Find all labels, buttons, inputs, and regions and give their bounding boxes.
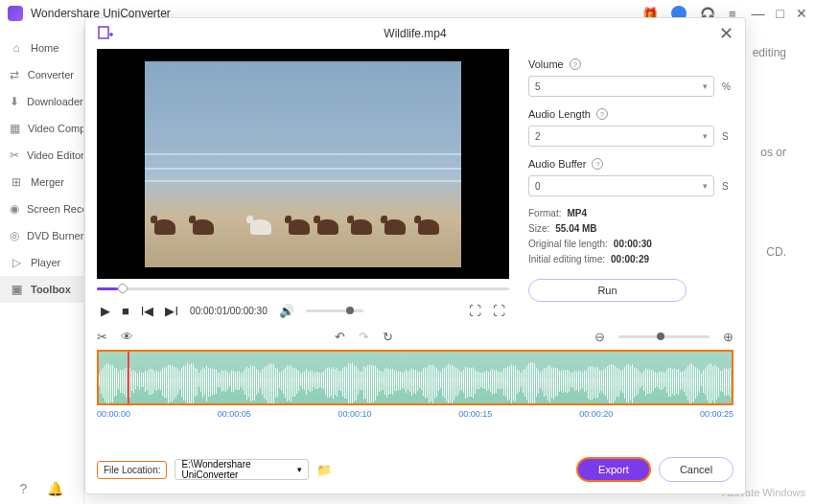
svg-rect-0 <box>99 27 108 38</box>
app-logo-icon <box>8 6 23 21</box>
editor-modal: Wildlife.mp4 ✕ ▶ ■ I◀ ▶I <box>84 17 746 494</box>
ruler-tick: 00:00:20 <box>579 409 613 419</box>
home-icon: ⌂ <box>10 41 23 55</box>
orig-length-value: 00:00:30 <box>614 239 652 249</box>
audio-buffer-label: Audio Buffer <box>528 158 586 170</box>
sidebar-item-downloader[interactable]: ⬇Downloader <box>0 88 83 115</box>
browse-folder-icon[interactable]: 📁 <box>316 463 332 477</box>
init-time-label: Initial editing time: <box>528 254 605 264</box>
bell-icon[interactable]: 🔔 <box>47 481 63 496</box>
converter-icon: ⇄ <box>10 68 20 81</box>
init-time-value: 00:00:29 <box>611 254 649 264</box>
help-icon[interactable]: ? <box>592 158 603 170</box>
refresh-icon[interactable]: ↻ <box>383 330 393 344</box>
sidebar-item-player[interactable]: ▷Player <box>0 249 83 276</box>
sidebar-item-toolbox[interactable]: ▣Toolbox <box>0 276 83 303</box>
fullscreen-icon[interactable]: ⛶ <box>493 304 505 318</box>
merger-icon: ⊞ <box>10 175 23 189</box>
audio-buffer-select[interactable]: 0 <box>528 175 714 196</box>
sidebar: ⌂Home ⇄Converter ⬇Downloader ▦Video Comp… <box>0 27 84 504</box>
audio-length-label: Audio Length <box>528 108 591 120</box>
sidebar-item-label: Merger <box>31 176 64 188</box>
edit-toolbar: ✂ 👁 ↶ ↷ ↻ ⊖ ⊕ <box>85 324 745 350</box>
audio-waveform[interactable] <box>97 350 734 405</box>
close-icon[interactable]: ✕ <box>796 6 807 21</box>
help-icon[interactable]: ? <box>570 58 581 70</box>
sidebar-item-screen-recorder[interactable]: ◉Screen Recorder <box>0 195 83 222</box>
sidebar-item-label: Toolbox <box>31 284 71 295</box>
modal-header: Wildlife.mp4 ✕ <box>85 18 745 49</box>
playhead-icon[interactable] <box>128 350 129 403</box>
sidebar-item-merger[interactable]: ⊞Merger <box>0 169 83 195</box>
eye-icon[interactable]: 👁 <box>121 330 133 344</box>
maximize-icon[interactable]: □ <box>777 6 784 21</box>
ruler-tick: 00:00:00 <box>97 409 130 419</box>
sidebar-item-label: DVD Burner <box>27 230 83 241</box>
cut-icon[interactable]: ✂ <box>97 330 107 344</box>
length-unit: S <box>722 131 734 142</box>
volume-select[interactable]: 5 <box>528 76 714 97</box>
help-icon[interactable]: ? <box>20 481 28 496</box>
modal-title: Wildlife.mp4 <box>384 27 446 40</box>
sidebar-item-converter[interactable]: ⇄Converter <box>0 61 83 88</box>
snapshot-icon[interactable]: ⛶ <box>469 304 481 318</box>
sidebar-item-dvd-burner[interactable]: ◎DVD Burner <box>0 222 83 249</box>
sidebar-item-label: Downloader <box>27 96 83 107</box>
next-frame-button[interactable]: ▶I <box>165 304 178 318</box>
audio-length-select[interactable]: 2 <box>528 126 714 147</box>
file-location-label: File Location: <box>97 461 167 479</box>
sidebar-item-label: Converter <box>28 69 74 80</box>
play-button[interactable]: ▶ <box>101 304 110 318</box>
stop-button[interactable]: ■ <box>122 304 129 318</box>
minimize-icon[interactable]: — <box>752 6 765 21</box>
buffer-unit: S <box>722 181 734 192</box>
help-icon[interactable]: ? <box>596 108 608 120</box>
scissors-icon: ✂ <box>10 149 19 162</box>
compress-icon: ▦ <box>10 122 20 135</box>
zoom-out-icon[interactable]: ⊖ <box>594 330 605 344</box>
file-location-select[interactable]: E:\Wondershare UniConverter <box>175 459 309 480</box>
volume-label: Volume <box>528 58 564 70</box>
download-icon: ⬇ <box>10 95 19 108</box>
sidebar-item-label: Video Compressor <box>28 123 83 134</box>
sidebar-item-home[interactable]: ⌂Home <box>0 34 83 61</box>
ruler-tick: 00:00:25 <box>700 409 734 419</box>
prev-frame-button[interactable]: I◀ <box>141 304 154 318</box>
export-button[interactable]: Export <box>576 457 651 482</box>
sidebar-item-label: Home <box>31 42 58 54</box>
dvd-icon: ◎ <box>10 229 19 242</box>
size-label: Size: <box>528 223 549 234</box>
sidebar-item-video-compressor[interactable]: ▦Video Compressor <box>0 115 83 142</box>
video-progress-slider[interactable] <box>97 279 509 298</box>
zoom-slider[interactable] <box>618 335 710 338</box>
volume-slider[interactable] <box>306 309 363 312</box>
format-value: MP4 <box>567 208 587 218</box>
volume-unit: % <box>722 81 734 92</box>
size-value: 55.04 MB <box>555 223 596 234</box>
redo-icon[interactable]: ↷ <box>359 330 369 344</box>
orig-length-label: Original file length: <box>528 239 608 249</box>
sidebar-item-label: Screen Recorder <box>27 203 83 215</box>
undo-icon[interactable]: ↶ <box>335 330 345 344</box>
zoom-in-icon[interactable]: ⊕ <box>723 330 734 344</box>
format-label: Format: <box>528 208 561 218</box>
sidebar-item-video-editor[interactable]: ✂Video Editor <box>0 142 83 169</box>
sidebar-item-label: Video Editor <box>27 149 83 161</box>
run-button[interactable]: Run <box>528 279 687 302</box>
modal-close-icon[interactable]: ✕ <box>719 23 734 44</box>
video-preview[interactable] <box>97 49 509 279</box>
playback-time: 00:00:01/00:00:30 <box>190 306 268 316</box>
player-controls: ▶ ■ I◀ ▶I 00:00:01/00:00:30 🔊 ⛶ ⛶ <box>97 298 509 324</box>
ruler-tick: 00:00:10 <box>338 409 372 419</box>
volume-icon[interactable]: 🔊 <box>279 304 294 318</box>
cancel-button[interactable]: Cancel <box>659 457 734 482</box>
play-icon: ▷ <box>10 256 23 269</box>
ruler-tick: 00:00:15 <box>458 409 492 419</box>
properties-panel: Volume? 5% Audio Length? 2S Audio Buffer… <box>528 49 734 324</box>
record-icon: ◉ <box>10 202 19 216</box>
add-file-icon[interactable] <box>97 25 114 42</box>
modal-footer: File Location: E:\Wondershare UniConvert… <box>85 446 745 493</box>
toolbox-icon: ▣ <box>10 283 23 296</box>
sidebar-item-label: Player <box>31 257 60 268</box>
ruler-tick: 00:00:05 <box>218 409 251 419</box>
